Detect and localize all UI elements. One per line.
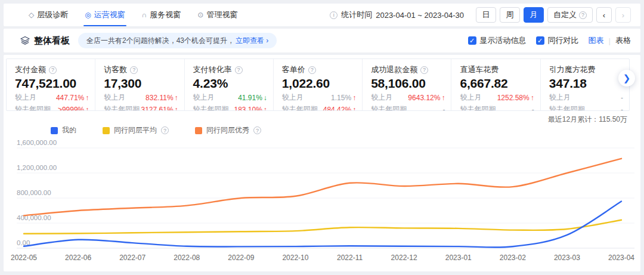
layers-icon [20, 36, 30, 45]
y-axis-tick: 1,600,000.00 [17, 139, 57, 146]
headset-icon: ∩ [142, 11, 147, 19]
comparison-row: 较去年同期>9999%↑ [15, 104, 89, 111]
x-axis-tick: 2022-11 [337, 254, 363, 262]
series-line-同行同层平均 [24, 220, 621, 234]
comparison-label: 较上月 [371, 92, 392, 103]
info-icon: i [330, 11, 338, 19]
question-icon: ? [235, 66, 243, 74]
next-period-button[interactable]: › [615, 7, 631, 23]
x-axis-tick: 2023-01 [445, 254, 472, 262]
metric-title: 引力魔方花费 [549, 64, 596, 75]
comparison-row: 较去年同期- [371, 104, 445, 111]
diamond-icon: ◇ [29, 11, 34, 19]
metric-card[interactable]: 引力魔方花费 347.18 较上月-较去年同期- [541, 59, 629, 110]
notice-banner: 全店一共有2个问题待解决，43个机会可提升， 立即查看 › [78, 33, 277, 48]
x-axis-tick: 2022-12 [391, 254, 417, 262]
prev-period-button[interactable]: ‹ [596, 7, 612, 23]
range-buttons: 日周月自定义? [476, 7, 593, 23]
legend-swatch [195, 127, 202, 134]
question-icon: ? [420, 66, 428, 74]
checkbox-group: ✓显示活动信息✓同行对比 [468, 35, 579, 46]
metric-value: 6,667.82 [460, 76, 534, 91]
checkbox-label: 显示活动信息 [480, 35, 527, 46]
comparison-label: 较上月 [193, 92, 215, 103]
view-chart-toggle[interactable]: 图表 [589, 35, 604, 46]
metric-value: 17,300 [104, 76, 178, 91]
tab-层级诊断[interactable]: ◇ 层级诊断 [20, 4, 76, 26]
metric-value: 1,022.60 [282, 76, 356, 91]
comparison-label: 较去年同期 [282, 104, 318, 111]
range-button-日[interactable]: 日 [476, 7, 496, 23]
view-switch: 图表 | 表格 [589, 35, 631, 46]
question-icon: ? [579, 11, 587, 19]
board-title: 整体看板 [20, 35, 70, 47]
comparison-value: 3127.61%↑ [141, 106, 178, 112]
metric-card[interactable]: 直通车花费 6,667.82 较上月1252.58%↑较去年同期- [451, 59, 540, 110]
comparison-row: 较去年同期- [549, 104, 623, 111]
comparison-row: 较去年同期- [460, 104, 534, 111]
comparison-label: 较上月 [549, 92, 571, 103]
comparison-value: 41.91%↓ [238, 94, 267, 102]
x-axis-tick: 2022-10 [282, 254, 308, 262]
tab-服务视窗[interactable]: ∩ 服务视窗 [134, 4, 190, 26]
comparison-label: 较上月 [282, 92, 304, 103]
checkbox-同行对比[interactable]: ✓同行对比 [536, 35, 579, 46]
board-header-bar: 整体看板 全店一共有2个问题待解决，43个机会可提升， 立即查看 › ✓显示活动… [4, 29, 640, 52]
range-button-自定义[interactable]: 自定义? [547, 7, 593, 23]
x-axis-tick: 2023-03 [554, 254, 580, 262]
range-button-周[interactable]: 周 [500, 7, 520, 23]
x-axis-tick: 2022-09 [228, 254, 254, 262]
checkbox-icon: ✓ [536, 36, 544, 45]
metric-value: 58,106.00 [371, 76, 445, 91]
cards-next-button[interactable]: ❯ [618, 70, 635, 86]
view-table-toggle[interactable]: 表格 [615, 35, 631, 46]
question-icon: ? [49, 66, 57, 74]
metric-value: 4.23% [193, 76, 267, 91]
checkbox-label: 同行对比 [548, 35, 579, 46]
trend-line-chart[interactable]: 0.00400,000.00800,000.001,200,000.001,60… [4, 134, 640, 270]
range-button-月[interactable]: 月 [524, 7, 544, 23]
metric-card[interactable]: 支付转化率 ? 4.23% 较上月41.91%↓较去年同期183.10%↑ [185, 59, 274, 110]
metric-value: 347.18 [549, 76, 623, 91]
arrow-up-icon: ↑ [531, 94, 534, 102]
comparison-row: 较上月41.91%↓ [193, 92, 267, 103]
comparison-value: - [621, 106, 623, 112]
comparison-row: 较上月447.71%↑ [15, 92, 89, 103]
notice-text: 全店一共有2个问题待解决，43个机会可提升， [86, 36, 234, 46]
comparison-row: 较去年同期183.10%↑ [193, 104, 267, 111]
notice-link[interactable]: 立即查看 › [236, 36, 268, 46]
comparison-value: >9999%↑ [58, 106, 89, 112]
metric-card[interactable]: 支付金额 ? 747,521.00 较上月447.71%↑较去年同期>9999%… [7, 59, 95, 110]
checkbox-显示活动信息[interactable]: ✓显示活动信息 [468, 35, 527, 46]
dashboard-main-panel: 支付金额 ? 747,521.00 较上月447.71%↑较去年同期>9999%… [4, 55, 640, 271]
x-axis-tick: 2023-04 [608, 254, 634, 262]
comparison-label: 较去年同期 [460, 104, 496, 111]
compass-icon: ◎ [85, 11, 91, 19]
comparison-label: 较去年同期 [549, 104, 585, 111]
comparison-row: 较去年同期3127.61%↑ [104, 104, 178, 111]
arrow-up-icon: ↑ [85, 94, 89, 102]
arrow-down-icon: ↓ [264, 94, 267, 102]
metric-title: 客单价 [282, 64, 305, 75]
comparison-value: - [621, 94, 623, 102]
stat-time-range: 2023-04-01 ~ 2023-04-30 [376, 11, 464, 20]
board-title-text: 整体看板 [34, 35, 70, 47]
comparison-value: 832.11%↑ [145, 94, 178, 102]
arrow-up-icon: ↑ [175, 106, 178, 112]
comparison-value: 447.71%↑ [56, 94, 89, 102]
tab-管理视窗[interactable]: ⊙ 管理视窗 [189, 4, 246, 26]
metric-card[interactable]: 成功退款金额 ? 58,106.00 较上月9643.12%↑较去年同期- [363, 59, 451, 110]
arrow-up-icon: ↑ [175, 94, 178, 102]
arrow-up-icon: ↑ [85, 106, 89, 112]
tab-运营视窗[interactable]: ◎ 运营视窗 [76, 4, 133, 26]
arrow-up-icon: ↑ [352, 106, 356, 112]
series-line-同行同层优秀 [24, 159, 621, 216]
comparison-label: 较上月 [104, 92, 125, 103]
comparison-label: 较上月 [460, 92, 481, 103]
comparison-label: 较上月 [15, 92, 36, 103]
metric-card[interactable]: 访客数 ? 17,300 较上月832.11%↑较去年同期3127.61%↑ [95, 59, 184, 110]
question-icon: ? [130, 66, 138, 74]
y-axis-tick: 1,200,000.00 [17, 164, 57, 171]
metric-card[interactable]: 客单价 ? 1,022.60 较上月1.15%↑较去年同期484.42%↑ [274, 59, 363, 110]
comparison-row: 较上月- [549, 92, 623, 103]
